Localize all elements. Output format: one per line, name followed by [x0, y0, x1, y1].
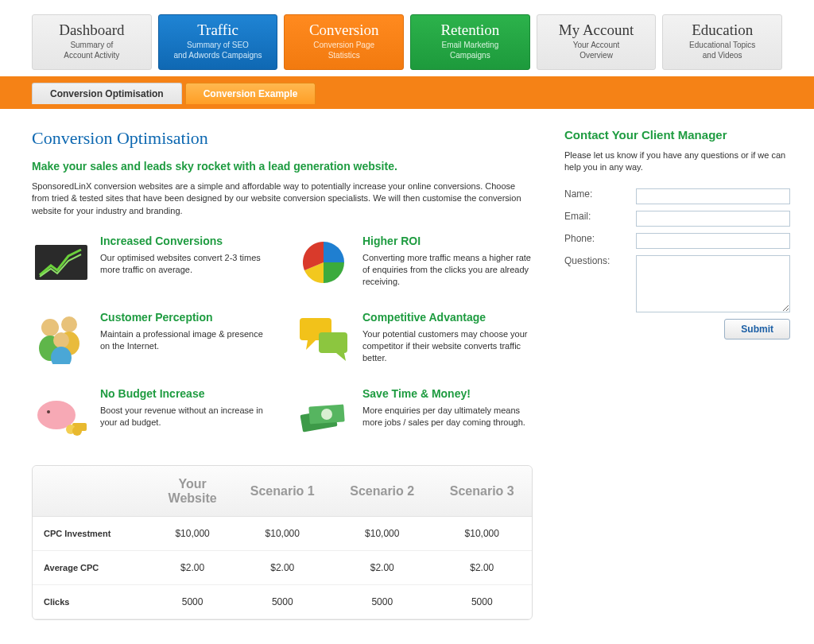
submit-button[interactable]: Submit: [724, 319, 790, 339]
cell: 5000: [153, 585, 233, 619]
benefit-save-time-money: Save Time & Money! More enquiries per da…: [294, 387, 533, 443]
subtab-conversion-optimisation[interactable]: Conversion Optimisation: [32, 83, 182, 104]
cell: $10,000: [332, 517, 432, 551]
label-questions: Questions:: [564, 255, 636, 266]
nav-tab-traffic[interactable]: Traffic Summary of SEO and Adwords Campa…: [158, 14, 278, 70]
row-label: Average CPC: [33, 551, 153, 585]
nav-title: Education: [668, 22, 777, 39]
benefit-title: Competitive Advantage: [362, 311, 533, 324]
phone-input[interactable]: [636, 233, 790, 249]
svg-rect-10: [319, 332, 347, 353]
cell: $10,000: [153, 517, 233, 551]
svg-point-16: [72, 426, 82, 436]
row-label: CPC Investment: [33, 517, 153, 551]
subtab-conversion-example[interactable]: Conversion Example: [185, 83, 316, 104]
contact-heading: Contact Your Client Manager: [564, 128, 790, 142]
benefit-increased-conversions: Increased Conversions Our optimised webs…: [32, 235, 270, 290]
nav-title: My Account: [542, 22, 651, 39]
page-title: Conversion Optimisation: [32, 128, 533, 149]
contact-intro: Please let us know if you have any quest…: [564, 149, 790, 174]
nav-sub: Educational Topics and Videos: [668, 41, 777, 60]
nav-sub: Summary of Account Activity: [37, 41, 146, 60]
label-phone: Phone:: [564, 233, 636, 244]
svg-point-13: [47, 410, 50, 413]
table-header: Scenario 2: [332, 466, 432, 517]
nav-sub: Email Marketing Campaigns: [416, 41, 525, 60]
page-lead: Make your sales and leads sky rocket wit…: [32, 160, 533, 173]
nav-title: Dashboard: [37, 22, 146, 39]
benefit-title: Increased Conversions: [100, 235, 270, 247]
cell: $2.00: [153, 551, 233, 585]
piggy-bank-icon: [32, 387, 91, 443]
main-nav: Dashboard Summary of Account Activity Tr…: [0, 0, 814, 70]
nav-tab-my-account[interactable]: My Account Your Account Overview: [537, 14, 657, 70]
benefit-no-budget-increase: No Budget Increase Boost your revenue wi…: [32, 387, 270, 443]
benefit-desc: Boost your revenue without an increase i…: [100, 405, 270, 429]
benefit-title: Higher ROI: [362, 235, 533, 247]
label-name: Name:: [564, 188, 636, 200]
table-row: Clicks 5000 5000 5000 5000: [33, 585, 532, 619]
people-icon: [32, 311, 91, 367]
contact-panel: Contact Your Client Manager Please let u…: [564, 128, 790, 620]
svg-point-19: [321, 409, 332, 420]
email-input[interactable]: [636, 211, 790, 227]
questions-textarea[interactable]: [636, 255, 790, 312]
pie-chart-icon: [294, 235, 353, 290]
table-header: Your Website: [153, 466, 233, 517]
nav-title: Retention: [416, 22, 525, 39]
benefit-customer-perception: Customer Perception Maintain a professio…: [32, 311, 270, 367]
svg-marker-9: [306, 340, 316, 350]
name-input[interactable]: [636, 188, 790, 204]
cell: 5000: [432, 585, 532, 619]
benefit-title: No Budget Increase: [100, 387, 270, 400]
page-intro: SponsoredLinX conversion websites are a …: [32, 180, 533, 217]
nav-tab-education[interactable]: Education Educational Topics and Videos: [662, 14, 782, 70]
nav-tab-retention[interactable]: Retention Email Marketing Campaigns: [410, 14, 530, 70]
nav-title: Conversion: [289, 22, 398, 39]
nav-sub: Summary of SEO and Adwords Campaigns: [164, 41, 273, 60]
benefit-desc: Your potential customers may choose your…: [362, 328, 533, 364]
svg-point-4: [61, 316, 77, 332]
nav-tab-conversion[interactable]: Conversion Conversion Page Statistics: [284, 14, 404, 70]
benefit-desc: Converting more traffic means a higher r…: [362, 252, 533, 288]
cell: $10,000: [233, 517, 332, 551]
label-email: Email:: [564, 211, 636, 222]
table-row: Average CPC $2.00 $2.00 $2.00 $2.00: [33, 551, 532, 585]
nav-title: Traffic: [164, 22, 273, 39]
cell: $2.00: [233, 551, 332, 585]
nav-sub: Your Account Overview: [542, 41, 651, 60]
benefit-higher-roi: Higher ROI Converting more traffic means…: [294, 235, 533, 290]
benefit-desc: Our optimised websites convert 2-3 times…: [100, 252, 270, 276]
cell: 5000: [233, 585, 332, 619]
table-header: Scenario 1: [233, 466, 332, 517]
cell: $10,000: [432, 517, 532, 551]
benefit-title: Save Time & Money!: [362, 387, 533, 400]
nav-sub: Conversion Page Statistics: [289, 41, 398, 60]
speech-bubbles-icon: [294, 311, 353, 367]
row-label: Clicks: [33, 585, 153, 619]
benefit-title: Customer Perception: [100, 311, 270, 324]
content-left: Conversion Optimisation Make your sales …: [32, 128, 533, 620]
svg-point-2: [41, 319, 59, 336]
svg-point-6: [53, 332, 69, 348]
cell: 5000: [332, 585, 432, 619]
table-row: CPC Investment $10,000 $10,000 $10,000 $…: [33, 517, 532, 551]
cell: $2.00: [432, 551, 532, 585]
cash-stacks-icon: [294, 387, 353, 443]
nav-tab-dashboard[interactable]: Dashboard Summary of Account Activity: [32, 14, 152, 70]
chart-up-icon: [32, 235, 91, 290]
table-header: Scenario 3: [432, 466, 532, 517]
sub-nav: Conversion Optimisation Conversion Examp…: [0, 76, 814, 109]
svg-marker-11: [336, 353, 346, 361]
benefit-desc: More enquiries per day ultimately means …: [362, 405, 533, 429]
benefits-grid: Increased Conversions Our optimised webs…: [32, 235, 533, 443]
benefit-desc: Maintain a professional image & presence…: [100, 328, 270, 352]
cell: $2.00: [332, 551, 432, 585]
scenario-table: Your Website Scenario 1 Scenario 2 Scena…: [32, 465, 533, 620]
benefit-competitive-advantage: Competitive Advantage Your potential cus…: [294, 311, 533, 367]
